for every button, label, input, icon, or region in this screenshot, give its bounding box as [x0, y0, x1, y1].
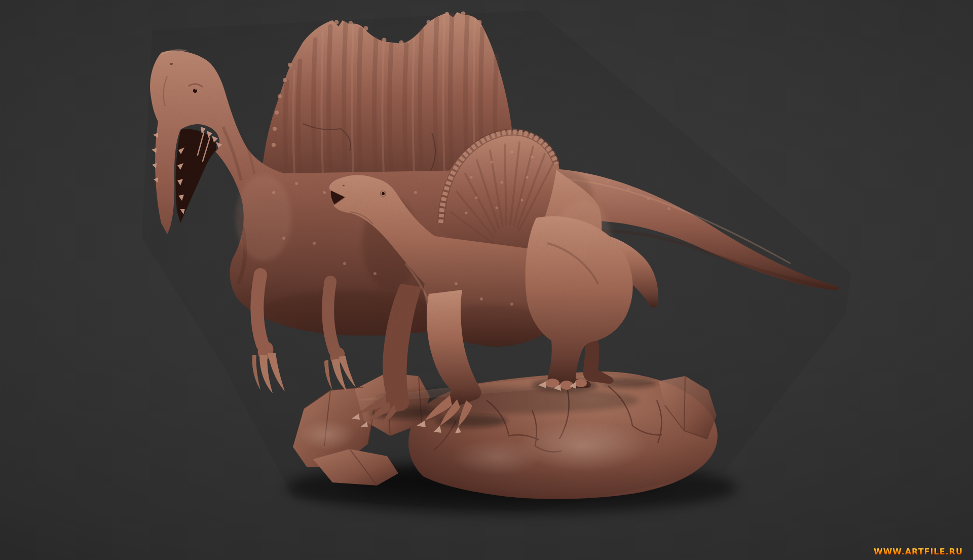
watermark: WWW.ARTFILE.RU	[874, 547, 963, 556]
clay-grain-texture	[132, 5, 862, 517]
sculpture-illustration	[0, 0, 973, 560]
viewport-3d-render: WWW.ARTFILE.RU	[0, 0, 973, 560]
